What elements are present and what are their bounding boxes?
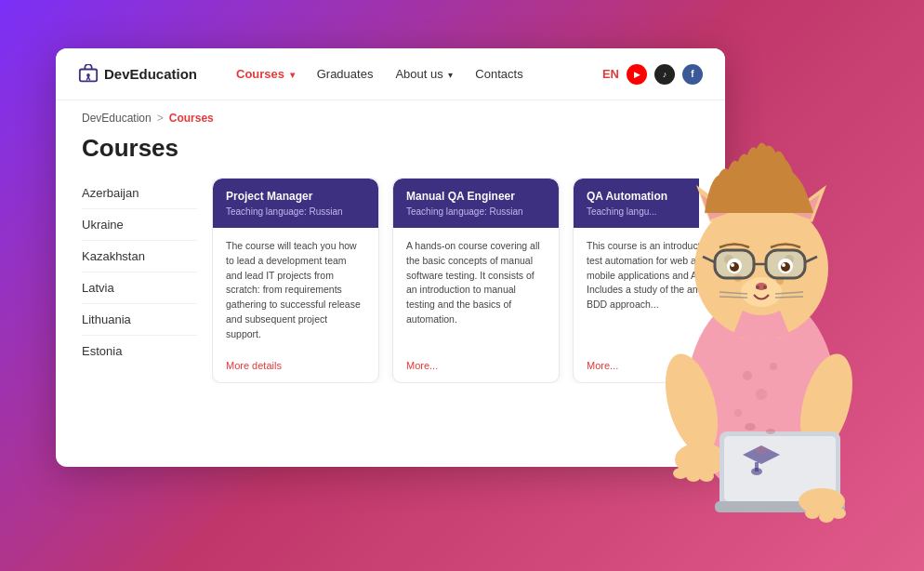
card-body-mqa: A hands-on course covering all the basic…: [393, 228, 559, 352]
nav-link-about[interactable]: About us ▾: [386, 63, 462, 85]
card-body-qaa: This course is an introduction to test a…: [574, 228, 699, 352]
tiktok-icon[interactable]: ♪: [654, 64, 675, 85]
sidebar-item-lithuania[interactable]: Lithuania: [82, 304, 197, 336]
facebook-icon[interactable]: f: [682, 64, 703, 85]
sidebar-item-estonia[interactable]: Estonia: [82, 336, 197, 366]
breadcrumb-current: Courses: [169, 112, 214, 125]
browser-window: DevEducation Courses ▾ Graduates About u…: [56, 48, 725, 467]
sidebar-item-ukraine[interactable]: Ukraine: [82, 209, 197, 241]
sidebar-item-latvia[interactable]: Latvia: [82, 272, 197, 304]
lang-button[interactable]: EN: [602, 67, 619, 81]
card-title-pm: Project Manager: [226, 190, 365, 203]
card-header-mqa: Manual QA Engineer Teaching language: Ru…: [393, 179, 559, 228]
sidebar-item-azerbaijan[interactable]: Azerbaijan: [82, 178, 197, 209]
card-link-qaa[interactable]: More...: [574, 352, 699, 382]
card-link-pm[interactable]: More details: [213, 352, 378, 382]
logo-icon: [78, 66, 99, 83]
nav-right: EN ▶ ♪ f: [602, 64, 703, 85]
main-content: Azerbaijan Ukraine Kazakhstan Latvia Lit…: [56, 178, 725, 383]
logo[interactable]: DevEducation: [78, 66, 197, 83]
course-card-pm: Project Manager Teaching language: Russi…: [212, 178, 379, 383]
card-link-mqa[interactable]: More...: [393, 352, 559, 382]
card-header-pm: Project Manager Teaching language: Russi…: [213, 179, 378, 228]
card-description-pm: The course will teach you how to lead a …: [226, 239, 365, 341]
logo-text: DevEducation: [104, 66, 197, 82]
nav-link-graduates[interactable]: Graduates: [308, 63, 383, 85]
cards-container: Project Manager Teaching language: Russi…: [212, 178, 699, 383]
course-card-mqa: Manual QA Engineer Teaching language: Ru…: [392, 178, 560, 383]
card-title-qaa: QA Automation: [587, 190, 699, 203]
breadcrumb-separator: >: [157, 112, 164, 125]
breadcrumb-home[interactable]: DevEducation: [82, 112, 152, 125]
sidebar-item-kazakhstan[interactable]: Kazakhstan: [82, 241, 197, 272]
card-header-qaa: QA Automation Teaching langu...: [574, 179, 699, 228]
nav-link-contacts[interactable]: Contacts: [466, 63, 532, 85]
card-subtitle-qaa: Teaching langu...: [587, 206, 699, 217]
card-body-pm: The course will teach you how to lead a …: [213, 228, 378, 352]
nav-link-courses[interactable]: Courses ▾: [227, 63, 304, 85]
card-subtitle-mqa: Teaching language: Russian: [406, 206, 546, 217]
youtube-icon[interactable]: ▶: [627, 64, 647, 85]
course-card-qaa: QA Automation Teaching langu... This cou…: [573, 178, 699, 383]
card-description-qaa: This course is an introduction to test a…: [587, 239, 699, 312]
breadcrumb: DevEducation > Courses: [56, 100, 725, 125]
nav-links: Courses ▾ Graduates About us ▾ Contacts: [227, 63, 602, 85]
navbar: DevEducation Courses ▾ Graduates About u…: [56, 48, 725, 100]
about-chevron-icon: ▾: [448, 70, 453, 80]
card-description-mqa: A hands-on course covering all the basic…: [406, 239, 546, 327]
card-title-mqa: Manual QA Engineer: [406, 190, 546, 203]
page-title: Courses: [56, 125, 725, 178]
courses-chevron-icon: ▾: [290, 70, 295, 80]
sidebar: Azerbaijan Ukraine Kazakhstan Latvia Lit…: [82, 178, 212, 383]
card-subtitle-pm: Teaching language: Russian: [226, 206, 365, 217]
